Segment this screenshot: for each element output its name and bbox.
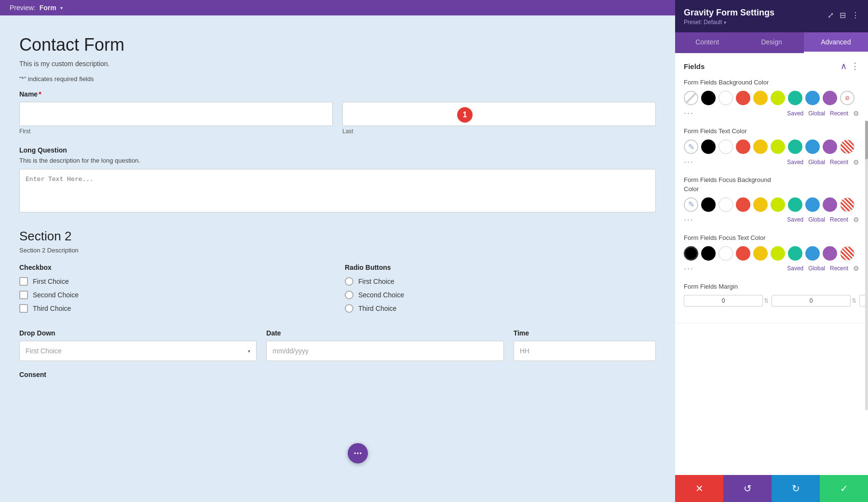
recent-link-4[interactable]: Recent bbox=[830, 265, 848, 272]
purple-swatch-4[interactable] bbox=[823, 246, 837, 261]
scrollbar-track[interactable] bbox=[865, 121, 868, 410]
teal-swatch-1[interactable] bbox=[788, 91, 802, 105]
recent-link-2[interactable]: Recent bbox=[830, 159, 848, 166]
red-swatch-2[interactable] bbox=[736, 139, 750, 154]
gear-icon-2[interactable]: ⚙ bbox=[853, 158, 859, 166]
white-swatch-2[interactable] bbox=[719, 139, 733, 154]
white-swatch-3[interactable] bbox=[719, 197, 733, 212]
gear-icon-4[interactable]: ⚙ bbox=[853, 265, 859, 272]
checkbox-option-1[interactable]: First Choice bbox=[19, 277, 330, 286]
blue-swatch-4[interactable] bbox=[805, 246, 820, 261]
saved-link-1[interactable]: Saved bbox=[787, 110, 803, 117]
tab-design[interactable]: Design bbox=[739, 32, 803, 53]
lime-swatch-2[interactable] bbox=[771, 139, 785, 154]
resize-icon[interactable]: ⤢ bbox=[827, 11, 834, 20]
black-swatch-1[interactable] bbox=[701, 91, 716, 105]
margin-top-link[interactable]: ⇅ bbox=[764, 297, 769, 304]
panel-preset[interactable]: Preset: Default ▾ bbox=[684, 19, 774, 26]
form-name-link[interactable]: Form bbox=[40, 4, 56, 12]
global-link-2[interactable]: Global bbox=[808, 159, 825, 166]
reset-button[interactable]: ↺ bbox=[723, 475, 772, 502]
last-name-input[interactable] bbox=[342, 102, 656, 126]
eyedropper-swatch-2[interactable]: ✎ bbox=[684, 139, 698, 154]
purple-swatch-3[interactable] bbox=[823, 197, 837, 212]
margin-top-input[interactable] bbox=[684, 295, 763, 307]
gear-icon-3[interactable]: ⚙ bbox=[853, 216, 859, 223]
radio-circle-2[interactable] bbox=[345, 291, 353, 299]
black-swatch-2[interactable] bbox=[701, 139, 716, 154]
active-black-swatch-4[interactable] bbox=[684, 246, 698, 261]
stripe-swatch-3[interactable] bbox=[840, 197, 854, 212]
checkbox-box-3[interactable] bbox=[19, 304, 28, 313]
yellow-swatch-4[interactable] bbox=[753, 246, 768, 261]
eyedropper-swatch-1[interactable]: ⊘ bbox=[840, 91, 854, 105]
purple-swatch-1[interactable] bbox=[823, 91, 837, 105]
floating-menu-button[interactable] bbox=[348, 443, 368, 463]
saved-link-4[interactable]: Saved bbox=[787, 265, 803, 272]
color-dots-3[interactable]: ··· bbox=[684, 215, 694, 225]
global-link-1[interactable]: Global bbox=[808, 110, 825, 117]
lime-swatch-3[interactable] bbox=[771, 197, 785, 212]
purple-swatch-2[interactable] bbox=[823, 139, 837, 154]
radio-option-1[interactable]: First Choice bbox=[345, 277, 656, 286]
red-swatch-4[interactable] bbox=[736, 246, 750, 261]
lime-swatch-4[interactable] bbox=[771, 246, 785, 261]
date-input[interactable]: mm/dd/yyyy bbox=[266, 341, 503, 361]
radio-circle-1[interactable] bbox=[345, 277, 353, 286]
cancel-button[interactable]: ✕ bbox=[675, 475, 723, 502]
color-dots-1[interactable]: ··· bbox=[684, 108, 694, 118]
color-dots-4[interactable]: ··· bbox=[684, 264, 694, 274]
checkbox-option-3[interactable]: Third Choice bbox=[19, 304, 330, 313]
recent-link-1[interactable]: Recent bbox=[830, 110, 848, 117]
tab-advanced[interactable]: Advanced bbox=[804, 32, 868, 53]
scrollbar-thumb[interactable] bbox=[865, 121, 868, 159]
yellow-swatch-1[interactable] bbox=[753, 91, 768, 105]
transparent-swatch-1[interactable] bbox=[684, 91, 698, 105]
saved-link-3[interactable]: Saved bbox=[787, 216, 803, 223]
red-swatch-1[interactable] bbox=[736, 91, 750, 105]
radio-option-2[interactable]: Second Choice bbox=[345, 291, 656, 299]
checkbox-option-2[interactable]: Second Choice bbox=[19, 291, 330, 299]
gear-icon-1[interactable]: ⚙ bbox=[853, 110, 859, 117]
lime-swatch-1[interactable] bbox=[771, 91, 785, 105]
checkbox-box-1[interactable] bbox=[19, 277, 28, 286]
teal-swatch-2[interactable] bbox=[788, 139, 802, 154]
global-link-3[interactable]: Global bbox=[808, 216, 825, 223]
black-swatch-4[interactable] bbox=[701, 246, 716, 261]
yellow-swatch-2[interactable] bbox=[753, 139, 768, 154]
black-swatch-3[interactable] bbox=[701, 197, 716, 212]
saved-link-2[interactable]: Saved bbox=[787, 159, 803, 166]
split-icon[interactable]: ⊟ bbox=[840, 11, 846, 20]
white-swatch-1[interactable] bbox=[719, 91, 733, 105]
first-name-input[interactable] bbox=[19, 102, 333, 126]
eyedropper-swatch-3[interactable]: ✎ bbox=[684, 197, 698, 212]
teal-swatch-3[interactable] bbox=[788, 197, 802, 212]
section-more-button[interactable]: ⋮ bbox=[851, 61, 859, 71]
stripe-swatch-4[interactable] bbox=[840, 246, 854, 261]
teal-swatch-4[interactable] bbox=[788, 246, 802, 261]
long-question-textarea[interactable] bbox=[19, 169, 656, 212]
margin-right-link[interactable]: ⇅ bbox=[852, 297, 856, 304]
color-dots-2[interactable]: ··· bbox=[684, 157, 694, 167]
red-swatch-3[interactable] bbox=[736, 197, 750, 212]
dropdown-wrapper[interactable]: First Choice ▾ bbox=[19, 341, 257, 361]
panel-more-icon[interactable]: ⋮ bbox=[852, 11, 859, 20]
margin-right-input[interactable] bbox=[772, 295, 851, 307]
collapse-button[interactable]: ∧ bbox=[841, 61, 847, 71]
confirm-button[interactable]: ✓ bbox=[820, 475, 868, 502]
recent-link-3[interactable]: Recent bbox=[830, 216, 848, 223]
blue-swatch-3[interactable] bbox=[805, 197, 820, 212]
form-dropdown-arrow[interactable]: ▾ bbox=[60, 5, 63, 11]
blue-swatch-1[interactable] bbox=[805, 91, 820, 105]
redo-button[interactable]: ↻ bbox=[772, 475, 820, 502]
tab-content[interactable]: Content bbox=[675, 32, 739, 53]
checkbox-box-2[interactable] bbox=[19, 291, 28, 299]
stripe-swatch-2[interactable] bbox=[840, 139, 854, 154]
dropdown-select[interactable]: First Choice bbox=[26, 347, 250, 355]
yellow-swatch-3[interactable] bbox=[753, 197, 768, 212]
global-link-4[interactable]: Global bbox=[808, 265, 825, 272]
blue-swatch-2[interactable] bbox=[805, 139, 820, 154]
time-input[interactable]: HH bbox=[514, 341, 656, 361]
radio-option-3[interactable]: Third Choice bbox=[345, 304, 656, 313]
white-swatch-4[interactable] bbox=[719, 246, 733, 261]
